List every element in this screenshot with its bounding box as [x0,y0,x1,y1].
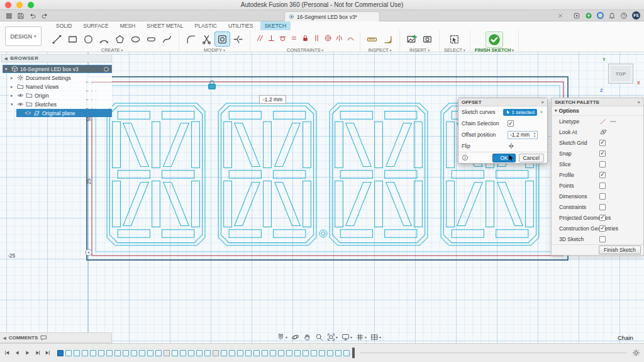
job-status-icon[interactable] [585,12,592,20]
tool-decal[interactable] [420,32,435,46]
browser-item-sketches[interactable]: Sketches [9,100,112,108]
visibility-toggle[interactable] [17,101,24,108]
timeline-next-button[interactable] [34,349,41,356]
timeline-play-button[interactable] [24,349,31,356]
viewport-tool[interactable]: ▾ [370,333,381,341]
cancel-button[interactable]: Cancel [519,154,544,162]
timeline-feature[interactable] [106,350,113,356]
tool-trim[interactable] [199,32,214,46]
timeline-feature[interactable] [237,350,243,356]
timeline-feature[interactable] [131,350,137,356]
timeline-feature[interactable] [98,350,104,356]
tool-polygon[interactable] [113,32,127,46]
ribbon-tab-sheet-metal[interactable]: SHEET METAL [142,21,187,30]
clear-selection-button[interactable] [539,110,544,115]
tool-rectangle[interactable] [65,32,80,46]
timeline-feature[interactable] [57,350,64,356]
palette-item-sketch-grid[interactable]: Sketch Grid [552,137,643,148]
chevron-down-icon[interactable]: ▾ [365,335,367,339]
ribbon-tab-sketch[interactable]: SKETCH [260,21,291,30]
timeline-feature[interactable] [74,350,80,356]
ok-button[interactable]: OK [492,154,515,162]
timeline-feature[interactable] [278,350,284,356]
disclosure-icon[interactable] [11,76,15,81]
disclosure-icon[interactable] [5,67,9,72]
canvas-viewport[interactable]: -1.2 mm 50 25 -25 BROWSER 16-Segment LED… [0,52,644,343]
palette-item-look-at[interactable]: Look At [552,127,643,137]
tool-tangent[interactable] [277,32,287,43]
browser-item-origin[interactable]: Origin [9,91,112,99]
tool-equal[interactable] [289,32,299,43]
timeline-feature[interactable] [262,350,268,356]
timeline-feature[interactable] [270,350,276,356]
redo-button[interactable] [41,12,48,20]
chevron-down-icon[interactable]: ▾ [336,335,338,339]
appsgrid-button[interactable] [5,12,13,20]
timeline-end-button[interactable] [44,349,51,356]
tool-offset[interactable] [215,32,230,46]
tool-measure[interactable] [365,32,379,46]
timeline-feature[interactable] [294,350,301,356]
palette-item-3d-sketch[interactable]: 3D Sketch [552,234,643,244]
palette-item-slice[interactable]: Slice [552,159,643,169]
timeline-feature[interactable] [245,350,252,356]
comment-icon[interactable] [40,334,47,341]
palette-item-linetype[interactable]: Linetype [552,116,643,127]
checkbox[interactable] [599,183,606,189]
activate-component-radio[interactable] [103,66,109,72]
flip-button[interactable] [508,142,515,150]
zoom-window-button[interactable] [28,2,34,8]
checkbox[interactable] [599,140,606,146]
sync-status-icon[interactable] [597,12,604,19]
tool-slot[interactable] [144,32,158,46]
timeline-feature[interactable] [114,350,121,356]
palette-item-points[interactable]: Points [552,180,643,191]
timeline-feature[interactable] [303,350,309,356]
timeline-feature[interactable] [180,350,186,356]
browser-header[interactable]: BROWSER [1,54,112,62]
timeline-feature[interactable] [172,350,178,356]
info-icon[interactable] [462,154,469,161]
tool-section[interactable] [380,32,395,46]
timeline-feature[interactable] [204,350,211,356]
tool-curvature[interactable] [345,32,355,43]
checkbox[interactable] [599,236,606,242]
timeline-feature[interactable] [82,350,88,356]
chevron-down-icon[interactable]: ▾ [350,335,352,339]
ribbon-tab-mesh[interactable]: MESH [116,21,140,30]
timeline-settings-button[interactable] [632,349,640,357]
pan-tool[interactable] [303,333,311,341]
timeline-track[interactable] [360,353,627,353]
chevron-down-icon[interactable]: ▾ [379,335,381,339]
tool-fillet[interactable] [184,32,198,46]
dock-icon[interactable] [541,99,544,105]
checkbox[interactable] [599,150,606,157]
timeline-feature[interactable] [188,350,194,356]
timeline-feature[interactable] [164,350,170,356]
finish-sketch-button[interactable]: Finish Sketch [599,246,641,254]
tool-arc[interactable] [97,32,111,46]
tool-collinear[interactable] [255,32,265,43]
offset-dimension-label[interactable]: -1.2 mm [259,95,286,104]
timeline-feature[interactable] [286,350,292,356]
timeline-feature[interactable] [229,350,235,356]
save-button[interactable] [17,12,25,20]
palette-item-projected-geometries[interactable]: Projected Geometries [552,212,643,223]
tool-concentric[interactable] [323,32,333,43]
palette-item-profile[interactable]: Profile [552,169,643,180]
timeline-feature[interactable] [221,350,227,356]
sketch-palette-header[interactable]: SKETCH PALETTE [552,98,643,106]
checkbox[interactable] [599,215,606,221]
tool-perpendicular[interactable] [266,32,276,43]
tool-spline[interactable] [160,32,174,46]
palette-item-construction-geometries[interactable]: Construction Geometries [552,223,643,234]
options-section[interactable]: Options [552,106,643,116]
timeline-feature[interactable] [343,350,350,356]
fit-tool[interactable]: ▾ [327,333,338,341]
timeline-feature[interactable] [139,350,145,356]
timeline-prev-button[interactable] [14,349,21,356]
tool-insert-image[interactable] [404,32,419,46]
segment-display-3[interactable] [330,103,428,246]
segment-display-1[interactable] [107,103,205,246]
checkbox[interactable] [599,204,606,210]
